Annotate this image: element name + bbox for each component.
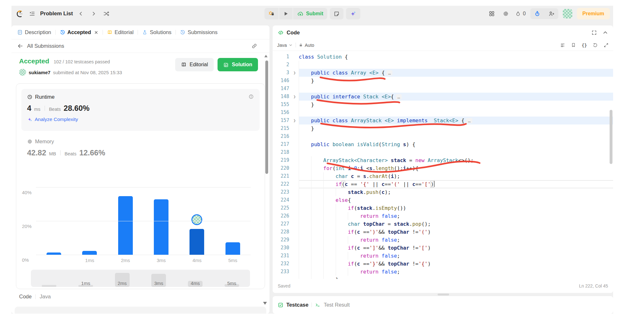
code-line-223[interactable]: 223stack.push(c); [273, 188, 613, 196]
expand-editor-icon[interactable] [604, 43, 609, 48]
code-line-233[interactable]: 233return false; [273, 268, 613, 276]
analyze-complexity-link[interactable]: Analyze Complexity [27, 117, 78, 122]
editor-scrollbar[interactable] [610, 110, 612, 164]
streak-counter[interactable]: 0 [515, 11, 526, 17]
bookmark-icon[interactable] [571, 43, 576, 47]
chart-bar-slot-4ms[interactable] [179, 179, 215, 255]
submitter-username[interactable]: sukiame7 [29, 70, 50, 75]
tab-testcase[interactable]: Testcase [278, 302, 308, 308]
code-line-230[interactable]: 230if(c ==']'&& topChar !='[') [273, 244, 613, 252]
code-line-1[interactable]: 1class Solution { [273, 53, 613, 61]
brush-bar-slot[interactable]: 4ms [177, 270, 214, 287]
tab-description[interactable]: Description [16, 28, 53, 37]
prev-problem-button[interactable] [76, 9, 86, 18]
code-line-222[interactable]: 222if(c == '{' || c=='(' || c=='[') [273, 180, 613, 188]
code-line-226[interactable]: 226return false; [273, 212, 613, 220]
brush-bar-slot[interactable]: 1ms [68, 270, 104, 287]
code-line-219[interactable]: 219ArrayStack<Character> stack = new Arr… [273, 156, 613, 164]
run-button[interactable] [279, 8, 292, 19]
code-line-147[interactable]: 147 [273, 85, 613, 93]
chart-bar[interactable] [118, 196, 133, 255]
fold-chevron-icon[interactable]: ❯ [290, 117, 299, 124]
code-line-224[interactable]: 224else{ [273, 196, 613, 204]
timer-button[interactable] [530, 8, 544, 19]
code-line-146[interactable]: 146} [273, 77, 613, 85]
brush-bar-slot[interactable]: 5ms [213, 270, 250, 287]
reset-code-icon[interactable] [593, 43, 598, 48]
code-line-231[interactable]: 231return false; [273, 252, 613, 260]
code-line-221[interactable]: 221char c = s.charAt(i); [273, 172, 613, 180]
code-line-220[interactable]: 220for(int i=0;i <s.length();i++){ [273, 164, 613, 172]
code-line-155[interactable]: 155} [273, 101, 613, 109]
chart-bar-slot-1ms[interactable] [72, 179, 107, 255]
fullscreen-icon[interactable] [591, 30, 597, 35]
layout-grid-icon[interactable] [487, 9, 497, 18]
scrollbar-up-arrow[interactable] [264, 55, 268, 57]
problem-list-icon[interactable] [27, 9, 37, 18]
submit-button[interactable]: Submit [293, 8, 327, 19]
code-line-217[interactable]: 217public boolean isValid(String s) { [273, 140, 613, 148]
next-problem-button[interactable] [89, 9, 98, 18]
code-line-3[interactable]: 3❯public class Array <E> {… [273, 69, 613, 77]
runtime-distribution-chart[interactable]: 0%20%40% [36, 179, 251, 255]
runtime-section[interactable]: Runtime 4 ms Beats 28.60% [21, 89, 260, 131]
user-avatar[interactable] [563, 9, 572, 18]
tab-submissions[interactable]: Submissions [179, 28, 219, 37]
debug-button[interactable] [264, 8, 278, 19]
language-selector[interactable]: Java [277, 43, 293, 48]
code-line-156[interactable]: 156 [273, 109, 613, 117]
chart-bar[interactable] [154, 199, 168, 255]
premium-button[interactable]: Premium [577, 8, 610, 19]
auto-mode-toggle[interactable]: Auto [299, 43, 314, 48]
user-result-marker[interactable] [191, 214, 202, 225]
code-line-partial[interactable]: } [273, 276, 613, 279]
settings-gear-icon[interactable] [501, 9, 511, 18]
code-line-2[interactable]: 2 [273, 61, 613, 69]
code-line-218[interactable]: 218 [273, 148, 613, 156]
code-line-216[interactable]: 216 [273, 132, 613, 140]
tab-solutions[interactable]: Solutions [141, 28, 173, 37]
random-problem-button[interactable] [102, 9, 111, 18]
chart-bar[interactable] [190, 229, 204, 255]
problem-list-label[interactable]: Problem List [40, 11, 73, 17]
fold-chevron-icon[interactable]: ❯ [290, 69, 299, 77]
brush-bar-slot[interactable]: 3ms [140, 270, 177, 287]
left-panel-scrollbar[interactable] [265, 60, 268, 174]
code-line-157[interactable]: 157❯public class ArrayStack <E> implemen… [273, 117, 613, 124]
chart-bar-slot-0ms[interactable] [36, 179, 72, 255]
scrollbar-down-arrow[interactable] [263, 302, 267, 305]
solution-button[interactable]: Solution [218, 58, 258, 71]
code-line-215[interactable]: 215} [273, 124, 613, 132]
brush-bar-slot[interactable]: 2ms [104, 270, 140, 287]
tab-accepted[interactable]: Accepted [59, 28, 100, 37]
close-tab-icon[interactable] [94, 30, 98, 35]
ai-assistant-button[interactable] [346, 8, 360, 19]
panel-resize-handle[interactable] [438, 294, 449, 295]
braces-icon[interactable]: {} [582, 43, 587, 48]
code-line-225[interactable]: 225if(stack.isEmpty()) [273, 204, 613, 212]
chart-bar-slot-3ms[interactable] [143, 179, 179, 255]
collapse-panel-icon[interactable] [603, 30, 608, 35]
code-line-227[interactable]: 227char topChar = stack.pop(); [273, 220, 613, 228]
chart-bar[interactable] [225, 242, 240, 255]
memory-section[interactable]: Memory 42.82 MB Beats 12.66% [27, 139, 105, 157]
chart-brush-slider[interactable]: 1ms2ms3ms4ms5ms [31, 270, 250, 287]
code-line-148[interactable]: 148❯public interface Stack <E>{… [273, 93, 613, 101]
code-line-228[interactable]: 228if(c ==')'&& topChar !='(') [273, 228, 613, 236]
code-line-229[interactable]: 229return false; [273, 236, 613, 244]
tab-test-result[interactable]: Test Result [315, 302, 350, 308]
chart-bar-slot-5ms[interactable] [215, 179, 251, 255]
cursor-position[interactable]: Ln 222, Col 45 [579, 283, 608, 288]
notes-button[interactable] [330, 8, 343, 19]
format-code-icon[interactable] [560, 43, 565, 48]
leetcode-logo[interactable] [15, 9, 24, 18]
editorial-button[interactable]: Editorial [175, 58, 214, 71]
tab-editorial[interactable]: Editorial [106, 28, 135, 37]
info-icon[interactable] [248, 94, 254, 99]
fold-chevron-icon[interactable]: ❯ [290, 93, 299, 101]
back-arrow-icon[interactable] [17, 43, 23, 49]
collaborate-invite-button[interactable] [544, 8, 558, 19]
chart-bar-slot-2ms[interactable] [108, 179, 143, 255]
brush-bar-slot[interactable] [31, 270, 68, 287]
copy-link-icon[interactable] [251, 43, 257, 49]
